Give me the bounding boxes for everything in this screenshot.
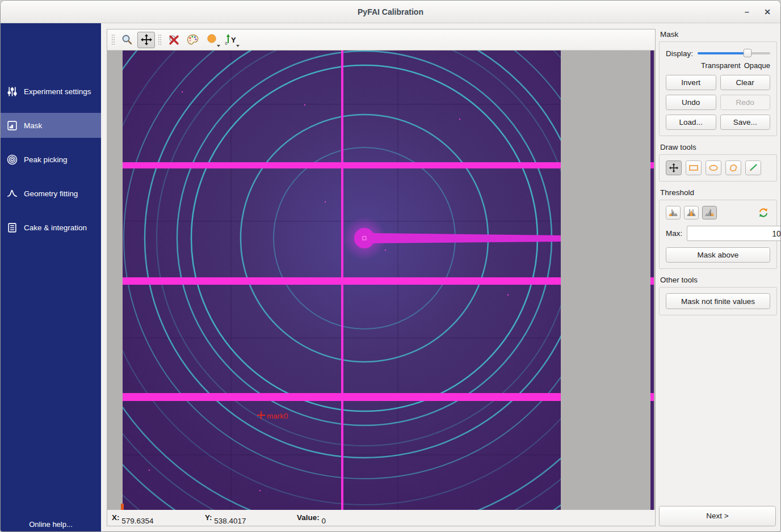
mask-above-button[interactable]: Mask above xyxy=(666,247,770,263)
slider-handle[interactable] xyxy=(744,49,752,57)
mask-color-button[interactable] xyxy=(203,32,221,48)
mask-opacity-slider[interactable] xyxy=(698,49,770,58)
mask-section-title: Mask xyxy=(660,30,777,39)
mask-tools-panel: Mask Display: Transparent Opaque Invert … xyxy=(659,23,777,531)
mask-groupbox: Display: Transparent Opaque Invert Clear… xyxy=(659,41,777,136)
mask-above-threshold-button[interactable] xyxy=(702,206,717,219)
lined-document-icon xyxy=(7,222,18,233)
marker-label: mark0 xyxy=(267,412,288,420)
sidebar-item-label: Geometry fitting xyxy=(24,189,78,198)
sidebar-item-mask[interactable]: Mask xyxy=(1,113,101,138)
undo-button[interactable]: Undo xyxy=(666,95,716,110)
other-tools-section-title: Other tools xyxy=(660,276,777,284)
display-label: Display: xyxy=(666,49,693,58)
clear-zoom-icon xyxy=(167,33,180,47)
transparent-label: Transparent xyxy=(701,61,741,70)
refresh-icon xyxy=(758,207,769,218)
clear-button[interactable]: Clear xyxy=(720,75,771,90)
refresh-button[interactable] xyxy=(757,206,770,219)
sidebar: Experiment settings Mask Peak picking Ge… xyxy=(1,23,101,531)
mask-between-button[interactable] xyxy=(684,206,699,219)
threshold-section-title: Threshold xyxy=(660,188,777,197)
save-button[interactable]: Save... xyxy=(720,115,771,130)
cursor-value-readout: Value: 0 xyxy=(297,513,322,522)
app-window: PyFAI Calibration – ✕ Experiment setting… xyxy=(0,0,781,532)
plot-canvas[interactable]: mark0 xyxy=(107,50,655,510)
invert-button[interactable]: Invert xyxy=(666,75,716,90)
draw-tools-section-title: Draw tools xyxy=(660,143,777,151)
close-button[interactable]: ✕ xyxy=(757,1,778,23)
svg-text:0: 0 xyxy=(225,41,227,45)
plot-widget: Y 0 xyxy=(107,29,656,526)
dropdown-caret-icon xyxy=(236,45,240,47)
mask-above-histogram-icon xyxy=(704,209,715,217)
threshold-groupbox: Max: Mask above xyxy=(659,200,777,269)
rectangle-tool-icon xyxy=(688,163,699,172)
sidebar-item-experiment-settings[interactable]: Experiment settings xyxy=(1,79,101,104)
sidebar-item-geometry-fitting[interactable]: Geometry fitting xyxy=(1,181,101,206)
sidebar-item-label: Mask xyxy=(24,121,42,130)
peak-curve-icon xyxy=(7,188,18,199)
mask-not-finite-button[interactable]: Mask not finite values xyxy=(666,293,770,309)
pan-icon xyxy=(140,33,153,46)
cursor-y-readout: Y: 538.4017 xyxy=(205,513,214,522)
cursor-status-bar: X: 579.6354 Y: 538.4017 Value: 0 xyxy=(107,510,655,526)
y-axis-orientation-button[interactable]: Y 0 xyxy=(222,32,240,48)
plot-toolbar: Y 0 xyxy=(107,29,655,50)
opaque-label: Opaque xyxy=(744,61,770,70)
sidebar-item-peak-picking[interactable]: Peak picking xyxy=(1,147,101,172)
mask-image-icon xyxy=(7,120,18,131)
mask-below-histogram-icon xyxy=(668,209,678,217)
polygon-tool-button[interactable] xyxy=(725,161,741,175)
minimize-button[interactable]: – xyxy=(736,1,758,23)
svg-text:Y: Y xyxy=(231,36,236,44)
sidebar-item-label: Peak picking xyxy=(24,155,68,164)
ellipse-tool-button[interactable] xyxy=(706,161,721,175)
dropdown-caret-icon xyxy=(217,45,220,47)
clear-zoom-button[interactable] xyxy=(165,32,182,48)
online-help-link[interactable]: Online help... xyxy=(1,520,101,529)
zoom-button[interactable] xyxy=(118,32,136,48)
next-button[interactable]: Next > xyxy=(659,506,776,526)
zoom-icon xyxy=(121,33,133,46)
colormap-button[interactable] xyxy=(184,32,201,48)
pan-tool-icon xyxy=(669,163,679,173)
load-button[interactable]: Load... xyxy=(666,115,716,130)
ellipse-tool-icon xyxy=(708,163,719,172)
pencil-tool-icon xyxy=(748,163,758,172)
diffraction-plot: mark0 xyxy=(107,50,655,510)
image-edge-sliver xyxy=(650,50,654,510)
pan-button[interactable] xyxy=(137,32,155,48)
sidebar-item-cake-integration[interactable]: Cake & integration xyxy=(1,215,101,240)
toolbar-grip[interactable] xyxy=(158,34,162,45)
max-label: Max: xyxy=(666,229,682,238)
sidebar-item-label: Cake & integration xyxy=(24,223,87,232)
pan-tool-button[interactable] xyxy=(666,161,682,175)
other-tools-groupbox: Mask not finite values xyxy=(659,287,777,315)
orange-edge-tick xyxy=(121,504,124,510)
concentric-rings-icon xyxy=(7,154,18,165)
rectangle-tool-button[interactable] xyxy=(686,161,702,175)
colormap-palette-icon xyxy=(186,33,200,47)
toolbar-grip[interactable] xyxy=(111,34,115,45)
sidebar-item-label: Experiment settings xyxy=(24,87,91,96)
redo-button[interactable]: Redo xyxy=(720,95,771,110)
mask-between-histogram-icon xyxy=(686,209,696,217)
pencil-tool-button[interactable] xyxy=(745,161,761,175)
draw-tools-groupbox xyxy=(659,154,777,181)
window-title: PyFAI Calibration xyxy=(1,1,780,23)
polygon-tool-icon xyxy=(728,163,738,172)
max-threshold-input[interactable] xyxy=(687,226,781,241)
titlebar: PyFAI Calibration – ✕ xyxy=(1,1,780,23)
sliders-icon xyxy=(7,86,18,97)
mask-below-button[interactable] xyxy=(666,206,681,219)
cursor-x-readout: X: 579.6354 xyxy=(112,513,121,522)
